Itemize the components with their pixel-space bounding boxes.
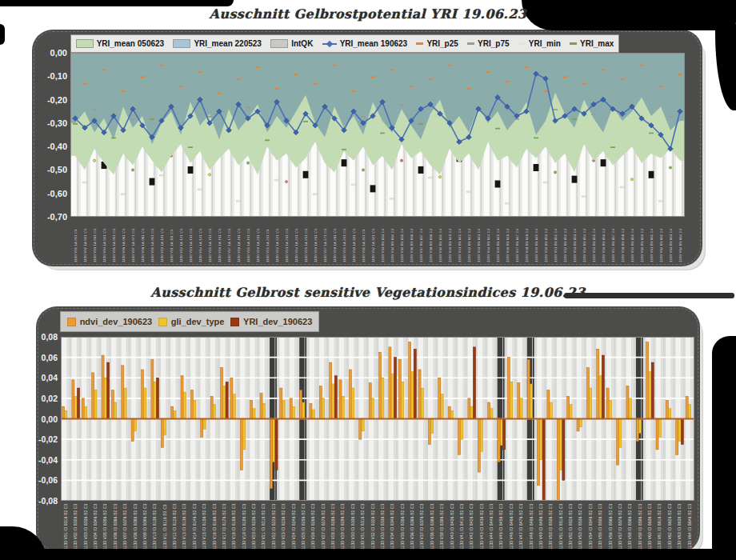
photo-shadow-bottom: [44, 549, 736, 560]
svg-text:1100 V21 ID 8216 B2 C3: 1100 V21 ID 8216 B2 C3: [262, 503, 266, 550]
svg-text:1100 V48 ID 8486 B2 C3: 1100 V48 ID 8486 B2 C3: [530, 503, 534, 550]
svg-text:1200 V34 B3 834 C4: 1200 V34 B3 834 C4: [390, 228, 394, 262]
chart1-x-axis-labels: 1100 V01 1A 011 C31100 V02 1A 021 C31100…: [70, 218, 685, 263]
svg-text:1100 V06 ID 8066 B2 C3: 1100 V06 ID 8066 B2 C3: [114, 503, 118, 550]
svg-text:1100 V17 1A 171 C3: 1100 V17 1A 171 C3: [227, 229, 231, 262]
svg-text:1200 V60 B3 860 C4: 1200 V60 B3 860 C4: [640, 228, 644, 262]
svg-text:1100 V11 ID 8116 B2 C3: 1100 V11 ID 8116 B2 C3: [163, 504, 167, 550]
legend-item: YRI_p25: [416, 39, 458, 48]
svg-text:1200 V64 B3 864 C4: 1200 V64 B3 864 C4: [678, 228, 682, 262]
svg-text:1200 V52 B3 852 C4: 1200 V52 B3 852 C4: [563, 228, 567, 262]
svg-text:1100 V10 ID 8106 B2 C3: 1100 V10 ID 8106 B2 C3: [153, 503, 157, 550]
svg-text:1100 V64 ID 8646 B2 C3: 1100 V64 ID 8646 B2 C3: [688, 503, 692, 550]
chart2-title: Ausschnitt Gelbrost sensitive Vegetation…: [0, 285, 736, 300]
legend-item: ndvi_dev_190623: [67, 317, 153, 326]
photo-shadow-right-upper: [715, 24, 736, 110]
svg-text:1100 V34 ID 8346 B2 C3: 1100 V34 ID 8346 B2 C3: [390, 503, 394, 550]
svg-text:1100 V11 1A 111 C3: 1100 V11 1A 111 C3: [170, 230, 174, 262]
svg-text:1100 V16 ID 8166 B2 C3: 1100 V16 ID 8166 B2 C3: [213, 503, 217, 550]
legend-swatch-area-icon: [76, 39, 94, 48]
svg-text:1200 V38 B3 838 C4: 1200 V38 B3 838 C4: [429, 228, 433, 262]
legend-item: IntQK: [270, 39, 313, 48]
svg-text:1200 V46 B3 846 C4: 1200 V46 B3 846 C4: [506, 228, 510, 262]
svg-text:1200 V37 B3 837 C4: 1200 V37 B3 837 C4: [419, 228, 423, 262]
svg-text:1100 V30 ID 8306 B2 C3: 1100 V30 ID 8306 B2 C3: [351, 503, 355, 550]
legend-label: YRI_mean 050623: [97, 39, 165, 48]
svg-text:1100 V36 ID 8366 B2 C3: 1100 V36 ID 8366 B2 C3: [410, 503, 414, 550]
svg-text:1100 V54 ID 8546 B2 C3: 1100 V54 ID 8546 B2 C3: [589, 503, 593, 550]
legend-label: YRI_p75: [478, 39, 509, 48]
legend-item: gli_dev_type: [158, 317, 225, 326]
y-axis-tick-label: -0,08: [37, 496, 58, 506]
svg-text:1200 V47 B3 847 C4: 1200 V47 B3 847 C4: [515, 228, 519, 262]
svg-text:1100 V56 ID 8566 B2 C3: 1100 V56 ID 8566 B2 C3: [609, 503, 613, 550]
chart1-frame: YRI_mean 050623YRI_mean 220523IntQKYRI_m…: [32, 30, 702, 266]
y-axis-tick-label: 0,00: [37, 414, 58, 424]
svg-text:1100 V27 ID 8276 B2 C3: 1100 V27 ID 8276 B2 C3: [322, 503, 326, 550]
svg-text:1100 V60 ID 8606 B2 C3: 1100 V60 ID 8606 B2 C3: [648, 503, 652, 550]
svg-text:1100 V27 1A 271 C3: 1100 V27 1A 271 C3: [323, 229, 327, 262]
svg-text:1100 V20 1A 201 C3: 1100 V20 1A 201 C3: [256, 229, 260, 262]
svg-text:1100 V33 ID 8336 B2 C3: 1100 V33 ID 8336 B2 C3: [381, 503, 385, 550]
svg-text:1100 V19 1A 191 C3: 1100 V19 1A 191 C3: [246, 229, 250, 262]
photo-shadow-top-left: [0, 0, 234, 6]
photo-shadow-right-lower: [712, 336, 736, 560]
photo-shadow-left-sliver: [0, 24, 5, 45]
svg-text:1100 V52 ID 8526 B2 C3: 1100 V52 ID 8526 B2 C3: [569, 503, 573, 550]
svg-text:1100 V37 ID 8376 B2 C3: 1100 V37 ID 8376 B2 C3: [420, 503, 424, 550]
legend-swatch-dash-icon: [570, 42, 577, 45]
svg-text:1100 V02 ID 8026 B2 C3: 1100 V02 ID 8026 B2 C3: [74, 503, 78, 550]
legend-item: YRI_mean 220523: [173, 39, 262, 48]
svg-text:1100 V19 ID 8196 B2 C3: 1100 V19 ID 8196 B2 C3: [242, 503, 246, 550]
svg-text:1200 V43 B3 843 C4: 1200 V43 B3 843 C4: [477, 228, 481, 262]
svg-text:1100 V12 ID 8126 B2 C3: 1100 V12 ID 8126 B2 C3: [173, 503, 177, 550]
legend-label: YRI_max: [580, 39, 614, 48]
svg-text:1200 V51 B3 851 C4: 1200 V51 B3 851 C4: [554, 228, 558, 262]
svg-text:1200 V35 B3 835 C4: 1200 V35 B3 835 C4: [400, 228, 404, 262]
y-axis-tick-label: -0,06: [37, 475, 58, 485]
svg-text:1200 V41 B3 841 C4: 1200 V41 B3 841 C4: [458, 228, 462, 262]
svg-text:1100 V07 1A 071 C3: 1100 V07 1A 071 C3: [131, 229, 135, 262]
svg-text:1100 V29 ID 8296 B2 C3: 1100 V29 ID 8296 B2 C3: [341, 503, 345, 550]
legend-swatch-square-icon: [158, 318, 167, 326]
y-axis-tick-label: -0,70: [34, 212, 67, 222]
legend-label: IntQK: [291, 39, 313, 48]
svg-text:1100 V50 ID 8506 B2 C3: 1100 V50 ID 8506 B2 C3: [549, 503, 553, 550]
legend-label: YRI_mean 220523: [194, 39, 262, 48]
legend-item: YRI_min: [518, 39, 561, 48]
svg-text:1100 V31 1A 311 C3: 1100 V31 1A 311 C3: [362, 229, 366, 262]
svg-text:1100 V12 1A 121 C3: 1100 V12 1A 121 C3: [179, 229, 183, 262]
svg-text:1100 V02 1A 021 C3: 1100 V02 1A 021 C3: [83, 229, 87, 262]
y-axis-tick-label: -0,10: [34, 71, 67, 81]
svg-text:1100 V62 ID 8626 B2 C3: 1100 V62 ID 8626 B2 C3: [668, 503, 672, 550]
svg-text:1100 V13 ID 8136 B2 C3: 1100 V13 ID 8136 B2 C3: [182, 503, 186, 550]
svg-text:1100 V35 ID 8356 B2 C3: 1100 V35 ID 8356 B2 C3: [401, 503, 405, 550]
svg-text:1100 V51 ID 8516 B2 C3: 1100 V51 ID 8516 B2 C3: [559, 503, 563, 550]
svg-text:1200 V62 B3 862 C4: 1200 V62 B3 862 C4: [659, 228, 663, 262]
y-axis-tick-label: 0,08: [37, 332, 58, 342]
svg-text:1200 V39 B3 839 C4: 1200 V39 B3 839 C4: [438, 228, 442, 262]
y-axis-tick-label: -0,40: [34, 142, 67, 151]
svg-text:1100 V17 ID 8176 B2 C3: 1100 V17 ID 8176 B2 C3: [222, 503, 226, 550]
legend-item: YRI_p75: [467, 39, 509, 48]
svg-text:1100 V14 1A 141 C3: 1100 V14 1A 141 C3: [198, 229, 202, 262]
svg-text:1100 V06 1A 061 C3: 1100 V06 1A 061 C3: [122, 229, 126, 262]
y-axis-tick-label: -0,02: [37, 434, 58, 444]
legend-label: YRI_min: [529, 39, 561, 48]
svg-text:1100 V07 ID 8076 B2 C3: 1100 V07 ID 8076 B2 C3: [123, 503, 127, 550]
y-axis-tick-label: -0,20: [34, 95, 67, 105]
svg-text:1100 V28 1A 281 C3: 1100 V28 1A 281 C3: [333, 229, 337, 262]
svg-text:1100 V53 ID 8536 B2 C3: 1100 V53 ID 8536 B2 C3: [578, 503, 582, 550]
y-axis-tick-label: -0,30: [34, 118, 67, 128]
legend-swatch-line-diamond-icon: [322, 41, 337, 47]
chart1-title: Ausschnitt Gelbrostpotential YRI 19.06.2…: [0, 6, 736, 22]
y-axis-tick-label: 0,06: [37, 353, 58, 362]
svg-text:1100 V16 1A 161 C3: 1100 V16 1A 161 C3: [218, 229, 222, 262]
legend-label: ndvi_dev_190623: [80, 317, 153, 326]
svg-text:1100 V22 ID 8226 B2 C3: 1100 V22 ID 8226 B2 C3: [272, 503, 276, 550]
svg-text:1200 V59 B3 859 C4: 1200 V59 B3 859 C4: [630, 228, 634, 262]
screenshot-root: Ausschnitt Gelbrostpotential YRI 19.06.2…: [0, 0, 736, 560]
legend-item: YRI_mean 190623: [322, 39, 408, 48]
svg-text:1200 V56 B3 856 C4: 1200 V56 B3 856 C4: [602, 228, 606, 262]
svg-text:1200 V61 B3 861 C4: 1200 V61 B3 861 C4: [650, 228, 654, 262]
